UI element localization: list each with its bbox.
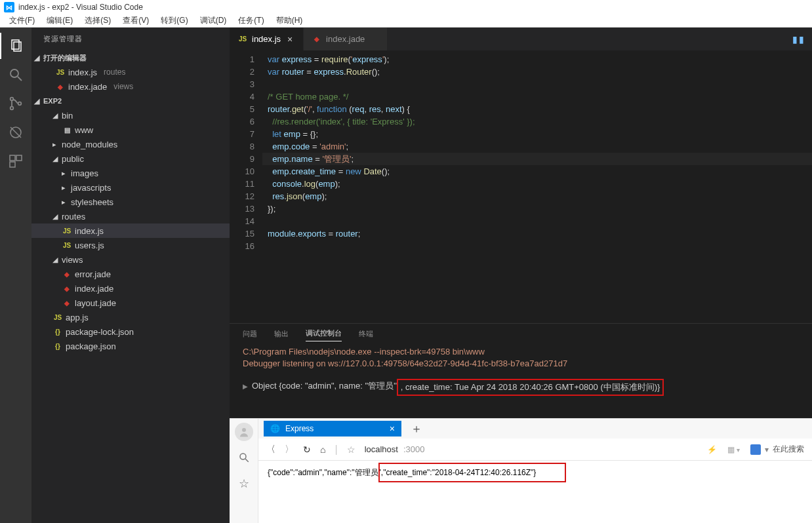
address-bar[interactable]: localhost:3000 (365, 444, 425, 454)
menu-help[interactable]: 帮助(H) (271, 14, 308, 28)
bookmark-star-icon[interactable]: ☆ (347, 444, 355, 455)
code-line: }); (262, 203, 812, 215)
highlight-box (378, 463, 567, 482)
close-icon[interactable]: × (285, 34, 295, 45)
nav-refresh-icon[interactable]: ↻ (303, 444, 311, 455)
sidebar-title: 资源管理器 (31, 28, 230, 50)
menu-tasks[interactable]: 任务(T) (233, 14, 269, 28)
item-name: app.js (66, 313, 89, 322)
editor-tab[interactable]: JSindex.js× (230, 28, 304, 50)
browser-tab-express[interactable]: 🌐 Express × (264, 421, 401, 436)
activity-scm-icon[interactable] (0, 90, 31, 117)
globe-icon: 🌐 (270, 424, 280, 433)
code-line: emp.create_time = new Date(); (262, 165, 812, 178)
activity-extensions-icon[interactable] (0, 148, 31, 174)
file-icon: ◆ (62, 271, 72, 278)
chevron-down-icon: ◢ (34, 54, 41, 62)
panel-tab-terminal[interactable]: 终端 (359, 326, 373, 341)
activity-explorer-icon[interactable] (0, 33, 31, 59)
panel-tab-debug-console[interactable]: 调试控制台 (306, 326, 342, 341)
menu-goto[interactable]: 转到(G) (155, 14, 193, 28)
code-line: var express = require('express'); (262, 53, 812, 66)
svg-point-4 (10, 98, 14, 101)
lightning-icon[interactable]: ⚡ (707, 445, 717, 454)
file-item[interactable]: JSusers.js (31, 238, 230, 252)
debug-console-content[interactable]: C:\Program Files\nodejs\node.exe --inspe… (230, 343, 812, 418)
menu-selection[interactable]: 选择(S) (79, 14, 116, 28)
file-item[interactable]: JSapp.js (31, 310, 230, 324)
file-item[interactable]: ▤www (31, 123, 230, 137)
nav-home-icon[interactable]: ⌂ (320, 444, 325, 455)
chevron-icon: ◢ (52, 111, 59, 120)
project-header[interactable]: ◢ EXP2 (31, 94, 230, 108)
search-provider-icon[interactable] (750, 444, 761, 455)
file-icon: {} (52, 328, 63, 336)
file-icon: ◆ (312, 35, 322, 43)
profile-avatar-icon[interactable] (235, 423, 253, 441)
chevron-icon: ▸ (62, 198, 68, 206)
activity-debug-icon[interactable] (0, 119, 31, 145)
file-icon: ◆ (62, 285, 72, 292)
open-editor-item[interactable]: JSindex.jsroutes (31, 65, 230, 79)
file-item[interactable]: ◆index.jade (31, 281, 230, 296)
line-number: 12 (230, 190, 254, 203)
line-number: 15 (230, 227, 254, 240)
menu-view[interactable]: 查看(V) (117, 14, 154, 28)
explorer-sidebar: 资源管理器 ◢ 打开的编辑器 JSindex.jsroutes◆index.ja… (31, 28, 230, 523)
menu-debug[interactable]: 调试(D) (195, 14, 232, 28)
pause-icon[interactable]: ▮▮ (792, 34, 805, 45)
folder-item[interactable]: ▸node_modules (31, 137, 230, 151)
editor-tab[interactable]: ◆index.jade (304, 28, 388, 50)
activity-search-icon[interactable] (0, 62, 31, 88)
expand-triangle-icon[interactable]: ▶ (243, 383, 248, 390)
search-placeholder[interactable]: 在此搜索 (773, 444, 804, 455)
debug-object-line[interactable]: ▶ Object {code: "admin", name: "管理员", cr… (243, 376, 799, 396)
line-number: 7 (230, 128, 254, 140)
panel-tab-problems[interactable]: 问题 (243, 326, 257, 341)
qr-icon[interactable]: ▦ ▾ (727, 445, 740, 454)
folder-item[interactable]: ◢views (31, 252, 230, 267)
tab-name: index.jade (326, 34, 365, 44)
file-item[interactable]: ◆layout.jade (31, 296, 230, 310)
line-number: 16 (230, 240, 254, 252)
browser-toolbar-right: ⚡ ▦ ▾ ▾ 在此搜索 (707, 444, 804, 455)
tab-close-icon[interactable]: × (390, 423, 395, 434)
file-item[interactable]: ◆error.jade (31, 267, 230, 281)
item-name: index.js (75, 226, 104, 236)
file-item[interactable]: JSindex.js (31, 223, 230, 238)
nav-forward-icon[interactable]: 〉 (285, 444, 294, 455)
folder-item[interactable]: ▸images (31, 166, 230, 180)
browser-toolbar: 〈 〉 ↻ ⌂ | ☆ localhost:3000 ⚡ ▦ ▾ ▾ (258, 438, 812, 461)
editor-tabs: JSindex.js×◆index.jade (230, 28, 388, 50)
folder-item[interactable]: ◢routes (31, 209, 230, 223)
favorites-star-icon[interactable]: ☆ (239, 476, 249, 491)
item-name: stylesheets (71, 197, 113, 207)
code-editor[interactable]: 12345678910111213141516 var express = re… (230, 50, 812, 323)
panel-tab-output[interactable]: 输出 (274, 326, 289, 341)
open-editor-item[interactable]: ◆index.jadeviews (31, 79, 230, 94)
browser-window: ☆ 🌐 Express × ＋ 〈 〉 ↻ (230, 418, 812, 523)
new-tab-button[interactable]: ＋ (407, 421, 426, 436)
svg-rect-9 (10, 155, 15, 161)
svg-point-5 (10, 107, 14, 110)
menu-file[interactable]: 文件(F) (4, 14, 40, 28)
nav-back-icon[interactable]: 〈 (266, 444, 275, 455)
folder-item[interactable]: ▸javascripts (31, 180, 230, 195)
file-item[interactable]: {}package-lock.json (31, 324, 230, 339)
folder-item[interactable]: ◢public (31, 151, 230, 166)
menu-edit[interactable]: 编辑(E) (41, 14, 78, 28)
file-item[interactable]: {}package.json (31, 339, 230, 353)
svg-rect-0 (12, 40, 19, 49)
file-icon: JS (62, 227, 72, 235)
folder-item[interactable]: ▸stylesheets (31, 195, 230, 209)
svg-point-13 (240, 454, 246, 459)
main-area: 资源管理器 ◢ 打开的编辑器 JSindex.jsroutes◆index.ja… (0, 28, 812, 523)
item-name: package-lock.json (66, 327, 134, 337)
open-editors-header[interactable]: ◢ 打开的编辑器 (31, 50, 230, 65)
folder-item[interactable]: ◢bin (31, 108, 230, 123)
chevron-icon: ▸ (52, 140, 59, 149)
search-icon[interactable] (238, 452, 250, 466)
file-hint: routes (104, 68, 125, 77)
code-content[interactable]: var express = require('express');var rou… (262, 50, 812, 323)
file-icon: JS (55, 69, 66, 76)
